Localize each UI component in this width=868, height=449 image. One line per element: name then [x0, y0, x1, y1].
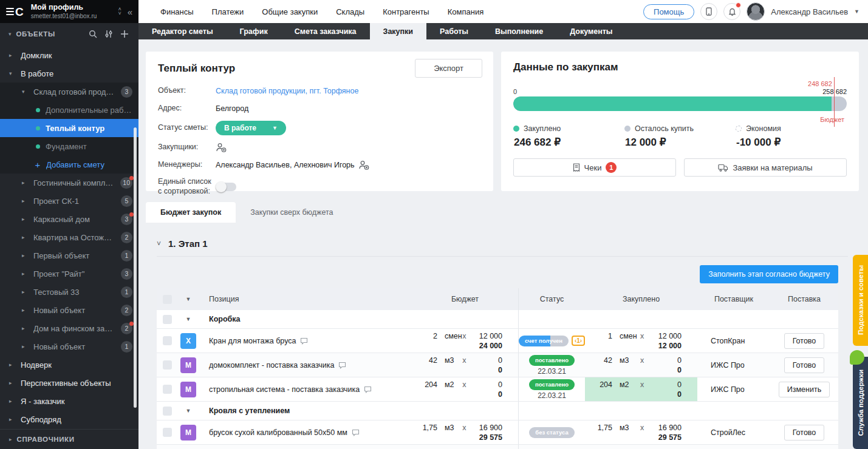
profile-switch-icon[interactable]: ˄˅ — [118, 7, 121, 16]
table-group-row[interactable]: ▼ Кровля с утеплением — [157, 402, 838, 420]
chevron-right-icon — [22, 234, 28, 240]
row-checkbox[interactable] — [163, 315, 172, 324]
comment-icon[interactable] — [338, 362, 346, 369]
comment-icon[interactable] — [300, 337, 308, 345]
sidebar-item[interactable]: Я - заказчик — [0, 392, 138, 410]
position-name[interactable]: домокомплект - поставка заказчика — [202, 361, 412, 370]
supplier-name: СтройЛес — [697, 428, 770, 437]
sidebar-item[interactable]: Нодверк — [0, 356, 138, 374]
position-name[interactable]: брусок сухой калиброванный 50х50 мм — [202, 428, 412, 437]
top-nav-item[interactable]: Финансы — [160, 7, 194, 16]
position-name[interactable]: Кран для монтажа бруса — [202, 337, 412, 345]
amount-cell: 204м2x0 0 — [412, 377, 518, 401]
top-nav-item[interactable]: Компания — [448, 7, 484, 16]
mobile-app-button[interactable] — [700, 3, 717, 20]
comment-icon[interactable] — [364, 386, 372, 393]
single-list-toggle[interactable] — [216, 183, 236, 191]
user-name[interactable]: Александр Васильев — [771, 7, 848, 16]
help-button[interactable]: Помощь — [643, 4, 694, 19]
sidebar-item-directories[interactable]: ▸ СПРАВОЧНИКИ — [0, 429, 138, 449]
top-nav-item[interactable]: Склады — [336, 7, 364, 16]
sidebar-item[interactable]: Дополнительные работы | Фун... — [0, 101, 138, 119]
sidebar-item[interactable]: Первый объект1 — [0, 246, 138, 265]
support-side-tab[interactable]: Служба поддержки — [853, 357, 868, 449]
delivery-action-button[interactable]: Готово — [784, 357, 825, 373]
sidebar-item[interactable]: Дом на финском заливе2 — [0, 319, 138, 337]
sidebar-item[interactable]: Гостиничный комплекс10 — [0, 174, 138, 192]
tab-item[interactable]: Выполнение — [482, 23, 556, 39]
chevron-down-icon[interactable]: ▼ — [175, 296, 202, 302]
directories-title: СПРАВОЧНИКИ — [17, 436, 75, 443]
fill-stage-button[interactable]: Заполнить этап согласно бюджету — [700, 265, 838, 283]
filter-icon[interactable] — [103, 29, 114, 39]
delivery-action-button[interactable]: Изменить — [779, 382, 830, 397]
chevron-down-icon[interactable]: ▼ — [854, 8, 859, 15]
select-all-checkbox[interactable] — [163, 295, 172, 304]
row-checkbox[interactable] — [163, 428, 172, 437]
tab-over-budget[interactable]: Закупки сверх бюджета — [236, 202, 347, 223]
row-checkbox[interactable] — [163, 407, 172, 416]
sidebar-item[interactable]: Каркасный дом3 — [0, 210, 138, 228]
tab-item[interactable]: Смета заказчика — [281, 23, 370, 39]
profile-email: smetter.test01@inbox.ru — [31, 12, 114, 20]
row-checkbox[interactable] — [163, 360, 172, 370]
profile-block[interactable]: C Мой профиль smetter.test01@inbox.ru ˄˅… — [0, 0, 138, 23]
checks-button[interactable]: Чеки 1 — [513, 158, 676, 177]
sidebar-item[interactable]: Домклик — [0, 46, 138, 64]
sidebar-collapse-icon[interactable]: « — [128, 7, 132, 17]
delivery-action-button[interactable]: Готово — [784, 333, 825, 349]
row-checkbox[interactable] — [163, 336, 172, 345]
avatar[interactable] — [747, 2, 765, 21]
status-date: 22.03.21 — [538, 367, 566, 376]
sidebar-item[interactable]: Проект "Райт"3 — [0, 265, 138, 283]
sidebar-add-estimate[interactable]: +Добавить смету — [0, 155, 138, 174]
top-nav-item[interactable]: Платежи — [212, 7, 244, 16]
object-link[interactable]: Склад готовой продукции, пгт. Торфяное — [216, 87, 358, 95]
add-object-icon[interactable] — [119, 29, 130, 39]
tab-active[interactable]: Закупки — [370, 23, 426, 39]
add-buyer-icon[interactable] — [216, 143, 227, 152]
table-group-row[interactable]: ▼ Коробка — [157, 310, 838, 329]
sidebar-item-label: Дом на финском заливе — [33, 324, 115, 333]
sidebar-item[interactable]: Склад готовой продукции, пгт. .3 — [0, 83, 138, 101]
sidebar-scrollbar[interactable] — [134, 127, 137, 408]
position-type-badge: Х — [180, 333, 196, 349]
top-nav-item[interactable]: Контрагенты — [383, 7, 429, 16]
extra-purchase-badge[interactable]: ‹1› — [572, 336, 585, 346]
tab-item[interactable]: Документы — [556, 23, 626, 39]
export-button[interactable]: Экспорт — [415, 59, 482, 78]
row-checkbox[interactable] — [163, 385, 172, 394]
tab-item[interactable]: Редактор сметы — [138, 23, 227, 39]
sidebar-item[interactable]: Субподряд — [0, 410, 138, 428]
material-requests-button[interactable]: Заявки на материалы — [684, 158, 847, 177]
sidebar-item[interactable]: Новый объект1 — [0, 337, 138, 356]
position-name[interactable]: стропильная система - поставка заказчика — [202, 385, 412, 394]
sidebar-item[interactable]: Проект СК-15 — [0, 192, 138, 210]
sidebar-item[interactable]: Перспективные объекты — [0, 374, 138, 392]
top-nav-item[interactable]: Общие закупки — [262, 7, 318, 16]
sidebar-item[interactable]: В работе — [0, 64, 138, 83]
chevron-down-icon[interactable]: ▼ — [175, 316, 202, 322]
objects-section-header[interactable]: ▾ ОБЪЕКТЫ — [0, 23, 138, 45]
sidebar-item[interactable]: Тестовый 331 — [0, 283, 138, 301]
add-manager-icon[interactable] — [358, 160, 369, 170]
stage-collapse-icon[interactable]: ˅ — [157, 240, 161, 248]
sidebar-item[interactable]: Новый объект2 — [0, 301, 138, 319]
estimate-status-dropdown[interactable]: В работе ▼ — [216, 121, 286, 135]
chevron-down-icon[interactable]: ▼ — [175, 408, 202, 414]
delivery-action-button[interactable]: Готово — [784, 425, 825, 441]
budget-value: 248 682 — [808, 80, 847, 87]
tab-purchase-budget[interactable]: Бюджет закупок — [146, 202, 236, 223]
tab-item[interactable]: График — [227, 23, 281, 39]
sidebar-item[interactable]: Квартира на Остоженке2 — [0, 228, 138, 246]
search-icon[interactable] — [87, 29, 98, 39]
count-badge: 3 — [121, 214, 132, 225]
sidebar-item[interactable]: Фундамент — [0, 137, 138, 155]
comment-icon[interactable] — [352, 429, 360, 436]
count-badge: 5 — [121, 195, 132, 207]
sidebar-item[interactable]: Теплый контур — [0, 119, 138, 137]
tab-item[interactable]: Работы — [426, 23, 482, 39]
hints-side-tab[interactable]: Подсказки и советы — [853, 255, 868, 346]
sidebar-tree: ДомкликВ работеСклад готовой продукции, … — [0, 45, 138, 429]
notifications-button[interactable] — [723, 3, 740, 20]
